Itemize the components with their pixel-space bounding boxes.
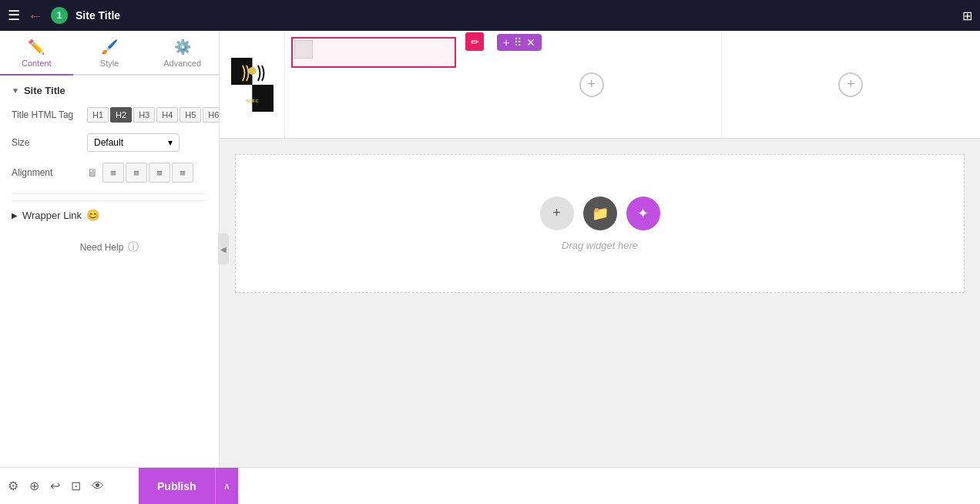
size-label: Size [12, 137, 81, 148]
style-tab-icon: 🖌️ [101, 39, 118, 55]
title-widget-section: ✏ [285, 31, 462, 138]
settings-icon[interactable]: ⚙ [8, 479, 18, 493]
svg-text:NUFC: NUFC [246, 99, 259, 103]
logo-image: NUFC [231, 58, 274, 112]
widget-folder-btn[interactable]: 📁 [583, 197, 617, 230]
alignment-group: ≡ ≡ ≡ ≡ [102, 163, 193, 183]
floating-toolbar: + ⠿ ✕ [497, 34, 542, 51]
title-input-box[interactable] [291, 37, 456, 68]
svg-point-6 [248, 67, 256, 75]
toolbar-close-btn[interactable]: ✕ [525, 36, 537, 49]
title-html-tag-row: Title HTML Tag H1 H2 H3 H4 H5 H6 [12, 107, 207, 123]
align-right-btn[interactable]: ≡ [149, 163, 170, 183]
drag-widget-text: Drag widget here [562, 240, 638, 251]
wrapper-link-arrow-icon: ▶ [12, 211, 18, 220]
grid-icon[interactable]: ⊞ [962, 8, 972, 23]
size-value: Default [94, 137, 123, 148]
panel-content: ▼ Site Title Title HTML Tag H1 H2 H3 H4 … [0, 76, 219, 467]
advanced-tab-icon: ⚙️ [174, 39, 191, 55]
title-placeholder-icon [294, 40, 313, 59]
dropdown-chevron-icon: ▾ [168, 137, 173, 148]
step-badge: 1 [51, 7, 68, 24]
left-panel: ✏️ Content 🖌️ Style ⚙️ Advanced ▼ Site T… [0, 31, 220, 467]
add-column-3-btn[interactable]: + [838, 72, 863, 97]
tag-h2-btn[interactable]: H2 [110, 107, 132, 123]
tag-h1-btn[interactable]: H1 [87, 107, 109, 123]
tab-advanced-label: Advanced [163, 59, 201, 68]
toolbar-grid-btn[interactable]: ⠿ [512, 36, 523, 49]
layers-icon[interactable]: ⊕ [29, 479, 39, 493]
wrapper-link-row[interactable]: ▶ Wrapper Link 😊 [12, 200, 207, 229]
tab-style[interactable]: 🖌️ Style [73, 31, 146, 74]
add-column-2-btn[interactable]: + [579, 72, 604, 97]
html-tag-label: Title HTML Tag [12, 109, 81, 120]
align-left-btn[interactable]: ≡ [102, 163, 124, 183]
align-center-btn[interactable]: ≡ [126, 163, 147, 183]
tag-h3-btn[interactable]: H3 [133, 107, 155, 123]
responsive-icon: 🖥 [87, 166, 98, 179]
wrapper-link-emoji-icon: 😊 [86, 209, 99, 221]
main-layout: ✏️ Content 🖌️ Style ⚙️ Advanced ▼ Site T… [0, 31, 980, 467]
left-panel-wrapper: ✏️ Content 🖌️ Style ⚙️ Advanced ▼ Site T… [0, 31, 220, 467]
tab-content-label: Content [22, 59, 52, 68]
history-icon[interactable]: ↩ [50, 479, 60, 493]
widget-add-btn[interactable]: + [540, 197, 574, 230]
responsive-bottom-icon[interactable]: ⊡ [71, 479, 81, 493]
bottom-bar-icons: ⚙ ⊕ ↩ ⊡ 👁 [0, 479, 139, 493]
wrapper-link-label: Wrapper Link [22, 210, 82, 221]
bottom-bar: ⚙ ⊕ ↩ ⊡ 👁 Publish ∧ [0, 467, 980, 504]
publish-btn-group: Publish ∧ [139, 468, 238, 505]
collapse-arrow-icon: ◀ [220, 245, 227, 254]
size-dropdown[interactable]: Default ▾ [87, 133, 180, 152]
html-tag-group: H1 H2 H3 H4 H5 H6 [87, 107, 219, 123]
hamburger-icon[interactable]: ☰ [8, 7, 20, 24]
tag-h5-btn[interactable]: H5 [180, 107, 201, 123]
tag-h6-btn[interactable]: H6 [203, 107, 219, 123]
section-header: ▼ Site Title [12, 85, 207, 96]
canvas-top-strip: NUFC ✏ + + [220, 31, 980, 139]
publish-button[interactable]: Publish [139, 468, 215, 505]
widget-actions: + 📁 ✦ [540, 197, 660, 230]
alignment-label: Alignment [12, 167, 81, 178]
drag-widget-zone[interactable]: + 📁 ✦ Drag widget here [235, 154, 965, 293]
site-title-label: Site Title [76, 9, 120, 22]
back-arrow-icon[interactable]: ← [28, 7, 43, 25]
collapse-handle[interactable]: ◀ [218, 234, 229, 264]
logo-section: NUFC [220, 31, 285, 138]
column-3-section[interactable]: + [722, 31, 981, 138]
top-bar: ☰ ← 1 Site Title ⊞ [0, 0, 980, 31]
help-circle-icon: ⓘ [128, 240, 139, 254]
tab-style-label: Style [100, 59, 119, 68]
alignment-row: Alignment 🖥 ≡ ≡ ≡ ≡ [12, 163, 207, 183]
align-justify-btn[interactable]: ≡ [172, 163, 193, 183]
tag-h4-btn[interactable]: H4 [156, 107, 178, 123]
publish-chevron-btn[interactable]: ∧ [215, 468, 238, 505]
content-tab-icon: ✏️ [28, 39, 45, 55]
section-title: Site Title [24, 85, 65, 96]
tab-advanced[interactable]: ⚙️ Advanced [146, 31, 219, 74]
toolbar-add-btn[interactable]: + [502, 36, 511, 49]
section-arrow-icon: ▼ [12, 86, 19, 95]
title-edit-btn[interactable]: ✏ [465, 32, 484, 51]
preview-icon[interactable]: 👁 [92, 479, 104, 493]
title-input-inner[interactable] [293, 39, 455, 45]
need-help-label: Need Help [80, 242, 124, 253]
canvas-area: + ⠿ ✕ [220, 31, 980, 467]
tab-content[interactable]: ✏️ Content [0, 31, 73, 76]
need-help-row[interactable]: Need Help ⓘ [12, 229, 207, 266]
panel-tabs: ✏️ Content 🖌️ Style ⚙️ Advanced [0, 31, 219, 76]
size-row: Size Default ▾ [12, 133, 207, 152]
widget-magic-btn[interactable]: ✦ [626, 197, 660, 230]
